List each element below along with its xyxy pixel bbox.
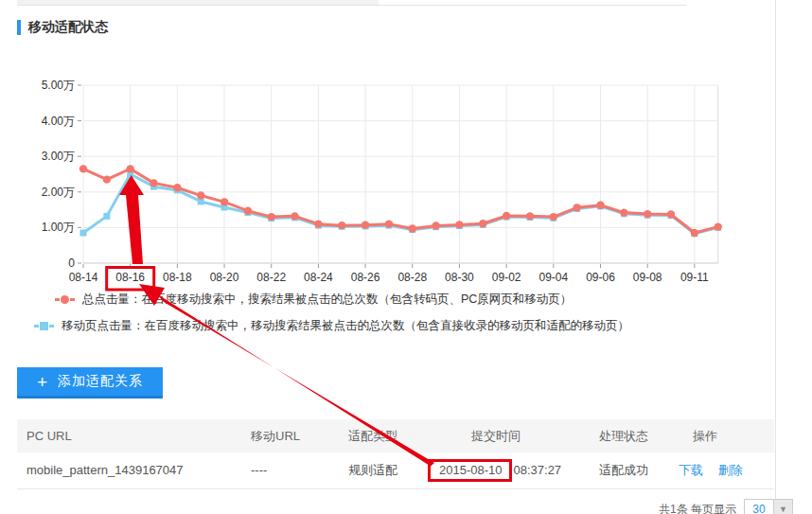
table-row: mobile_pattern_1439167047 ---- 规则适配 2015… xyxy=(17,452,774,488)
section-heading: 移动适配状态 xyxy=(17,19,108,36)
header-adapt-type: 适配类型 xyxy=(339,419,421,452)
cell-actions: 下载 删除 xyxy=(667,452,774,488)
plus-icon: + xyxy=(37,373,48,391)
chevron-down-icon[interactable]: ▼ xyxy=(774,499,793,514)
add-adaptation-label: 添加适配关系 xyxy=(58,373,143,390)
header-status: 处理状态 xyxy=(573,419,667,452)
download-link[interactable]: 下载 xyxy=(679,463,703,477)
cell-submit-time: 2015-08-1008:37:27 xyxy=(421,452,573,488)
legend-label: 总点击量：在百度移动搜索中，搜索结果被点击的总次数（包含转码页、PC原网页和移动… xyxy=(82,292,572,308)
right-page-divider xyxy=(775,0,776,514)
table-header-row: PC URL 移动URL 适配类型 提交时间 处理状态 操作 xyxy=(17,419,774,452)
pagination-summary: 共1条 每页显示 xyxy=(659,502,736,514)
submit-time-rest: 08:37:27 xyxy=(514,463,562,477)
cell-pc-url: mobile_pattern_1439167047 xyxy=(17,452,241,488)
add-adaptation-button[interactable]: + 添加适配关系 xyxy=(17,367,163,399)
page-title: 移动适配状态 xyxy=(28,19,108,36)
header-pc-url: PC URL xyxy=(17,419,241,452)
top-divider-line xyxy=(17,5,687,6)
clicks-trend-chart[interactable] xyxy=(38,76,724,293)
heading-accent-bar xyxy=(17,20,21,35)
adaptation-table: PC URL 移动URL 适配类型 提交时间 处理状态 操作 mobile_pa… xyxy=(17,419,774,489)
highlighted-date-box: 2015-08-10 xyxy=(428,459,512,482)
header-submit-time: 提交时间 xyxy=(421,419,573,452)
legend-item-total-clicks: 总点击量：在百度移动搜索中，搜索结果被点击的总次数（包含转码页、PC原网页和移动… xyxy=(55,292,572,306)
blue-square-series-icon xyxy=(34,322,54,330)
page-size-select[interactable]: 30 xyxy=(744,499,774,514)
cell-mobile-url: ---- xyxy=(241,452,339,488)
legend-item-mobile-clicks: 移动页点击量：在百度移动搜索中，移动搜索结果被点击的总次数（包含直接收录的移动页… xyxy=(34,319,629,332)
red-circle-series-icon xyxy=(55,295,75,304)
delete-link[interactable]: 删除 xyxy=(718,463,743,477)
cell-adapt-type: 规则适配 xyxy=(339,452,421,488)
header-mobile-url: 移动URL xyxy=(241,419,339,452)
header-actions: 操作 xyxy=(667,419,774,452)
legend-label: 移动页点击量：在百度移动搜索中，移动搜索结果被点击的总次数（包含直接收录的移动页… xyxy=(62,318,629,334)
cell-status: 适配成功 xyxy=(573,452,667,488)
pagination: 共1条 每页显示 30 ▼ xyxy=(659,499,793,514)
